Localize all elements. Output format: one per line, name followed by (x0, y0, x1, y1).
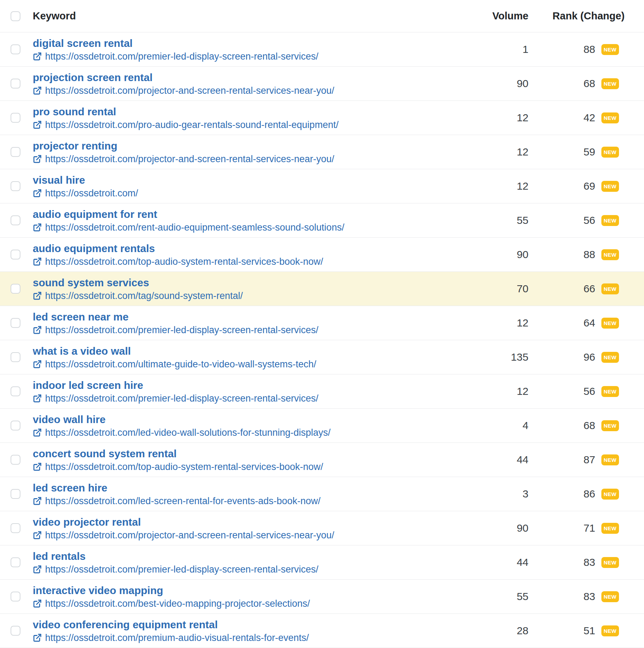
row-checkbox[interactable] (11, 44, 20, 54)
rank-value: 64 (583, 317, 595, 329)
row-checkbox[interactable] (11, 284, 20, 294)
url-link[interactable]: https://ossdetroit.com/premier-led-displ… (45, 564, 318, 575)
new-badge: NEW (601, 420, 619, 431)
url-line: https://ossdetroit.com/tag/sound-system-… (33, 290, 462, 302)
row-checkbox[interactable] (11, 79, 20, 88)
url-link[interactable]: https://ossdetroit.com/led-screen-rental… (45, 495, 321, 507)
url-link[interactable]: https://ossdetroit.com/premier-led-displ… (45, 393, 318, 404)
url-line: https://ossdetroit.com/premier-led-displ… (33, 51, 462, 62)
url-link[interactable]: https://ossdetroit.com/ (45, 188, 138, 199)
row-checkbox-cell (0, 455, 33, 465)
url-link[interactable]: https://ossdetroit.com/projector-and-scr… (45, 153, 334, 165)
keyword-link[interactable]: video projector rental (33, 515, 141, 528)
rank-cell: 69 NEW (528, 180, 644, 192)
row-checkbox[interactable] (11, 147, 20, 157)
rank-cell: 64 NEW (528, 317, 644, 329)
row-checkbox[interactable] (11, 523, 20, 533)
row-checkbox[interactable] (11, 386, 20, 396)
row-checkbox[interactable] (11, 592, 20, 601)
keyword-link[interactable]: interactive video mapping (33, 584, 163, 597)
external-link-icon (33, 531, 42, 540)
new-badge: NEW (601, 181, 619, 192)
url-link[interactable]: https://ossdetroit.com/premium-audio-vis… (45, 632, 309, 644)
keyword-cell: interactive video mapping https://ossdet… (33, 584, 469, 610)
keyword-link[interactable]: indoor led screen hire (33, 379, 143, 392)
keyword-cell: digital screen rental https://ossdetroit… (33, 37, 469, 62)
row-checkbox[interactable] (11, 181, 20, 191)
row-checkbox[interactable] (11, 489, 20, 499)
new-badge: NEW (601, 557, 619, 568)
keyword-link[interactable]: concert sound system rental (33, 447, 177, 460)
url-link[interactable]: https://ossdetroit.com/ultimate-guide-to… (45, 359, 316, 370)
row-checkbox[interactable] (11, 421, 20, 430)
rank-cell: 88 NEW (528, 43, 644, 55)
keyword-link[interactable]: projection screen rental (33, 71, 153, 84)
keyword-cell: video projector rental https://ossdetroi… (33, 515, 469, 541)
url-link[interactable]: https://ossdetroit.com/projector-and-scr… (45, 530, 334, 541)
table-header-row: Keyword Volume Rank (Change) (0, 0, 644, 32)
keyword-link[interactable]: video wall hire (33, 413, 106, 426)
volume-value: 12 (469, 112, 528, 124)
url-line: https://ossdetroit.com/led-screen-rental… (33, 495, 462, 507)
keyword-cell: what is a video wall https://ossdetroit.… (33, 344, 469, 370)
url-link[interactable]: https://ossdetroit.com/best-video-mappin… (45, 598, 310, 610)
keyword-link[interactable]: sound system services (33, 276, 149, 289)
column-header-rank[interactable]: Rank (Change) (528, 10, 644, 22)
keyword-link[interactable]: video conferencing equipment rental (33, 618, 218, 631)
url-link[interactable]: https://ossdetroit.com/premier-led-displ… (45, 51, 318, 62)
keyword-link[interactable]: audio equipment for rent (33, 208, 157, 221)
volume-value: 55 (469, 214, 528, 226)
row-checkbox[interactable] (11, 352, 20, 362)
url-line: https://ossdetroit.com/ultimate-guide-to… (33, 359, 462, 370)
keyword-link[interactable]: digital screen rental (33, 37, 132, 50)
table-row: interactive video mapping https://ossdet… (0, 580, 644, 614)
keyword-link[interactable]: led rentals (33, 550, 86, 563)
row-checkbox[interactable] (11, 626, 20, 636)
external-link-icon (33, 394, 42, 403)
url-link[interactable]: https://ossdetroit.com/pro-audio-gear-re… (45, 119, 339, 131)
new-badge: NEW (601, 489, 619, 500)
table-row: sound system services https://ossdetroit… (0, 272, 644, 306)
row-checkbox[interactable] (11, 318, 20, 328)
column-header-keyword[interactable]: Keyword (33, 10, 469, 22)
rank-value: 51 (583, 625, 595, 637)
row-checkbox[interactable] (11, 557, 20, 567)
keyword-link[interactable]: led screen hire (33, 481, 107, 494)
rank-cell: 56 NEW (528, 214, 644, 226)
table-row: video conferencing equipment rental http… (0, 614, 644, 648)
row-checkbox-cell (0, 421, 33, 430)
new-badge: NEW (601, 215, 619, 226)
url-link[interactable]: https://ossdetroit.com/top-audio-system-… (45, 461, 323, 473)
rank-value: 96 (583, 351, 595, 363)
external-link-icon (33, 599, 42, 608)
select-all-checkbox[interactable] (11, 11, 20, 21)
row-checkbox[interactable] (11, 455, 20, 465)
url-link[interactable]: https://ossdetroit.com/top-audio-system-… (45, 256, 323, 268)
rank-value: 42 (583, 112, 595, 124)
rank-value: 68 (583, 78, 595, 90)
column-header-volume[interactable]: Volume (469, 10, 528, 22)
url-link[interactable]: https://ossdetroit.com/projector-and-scr… (45, 85, 334, 97)
url-link[interactable]: https://ossdetroit.com/led-video-wall-so… (45, 427, 330, 439)
table-row: digital screen rental https://ossdetroit… (0, 32, 644, 67)
url-link[interactable]: https://ossdetroit.com/premier-led-displ… (45, 324, 318, 336)
rank-value: 59 (583, 146, 595, 158)
table-row: video wall hire https://ossdetroit.com/l… (0, 409, 644, 443)
table-row: audio equipment rentals https://ossdetro… (0, 238, 644, 272)
row-checkbox[interactable] (11, 215, 20, 225)
keyword-link[interactable]: audio equipment rentals (33, 242, 155, 255)
row-checkbox-cell (0, 181, 33, 191)
url-link[interactable]: https://ossdetroit.com/tag/sound-system-… (45, 290, 243, 302)
row-checkbox[interactable] (11, 113, 20, 123)
row-checkbox[interactable] (11, 250, 20, 259)
keyword-link[interactable]: visual hire (33, 173, 85, 187)
table-row: led screen hire https://ossdetroit.com/l… (0, 477, 644, 511)
keyword-cell: audio equipment rentals https://ossdetro… (33, 242, 469, 268)
keyword-link[interactable]: what is a video wall (33, 344, 131, 357)
keyword-cell: video wall hire https://ossdetroit.com/l… (33, 413, 469, 439)
keyword-link[interactable]: pro sound rental (33, 105, 116, 118)
keyword-link[interactable]: led screen near me (33, 310, 129, 323)
url-link[interactable]: https://ossdetroit.com/rent-audio-equipm… (45, 222, 344, 233)
rank-cell: 51 NEW (528, 625, 644, 637)
keyword-link[interactable]: projector renting (33, 139, 117, 152)
